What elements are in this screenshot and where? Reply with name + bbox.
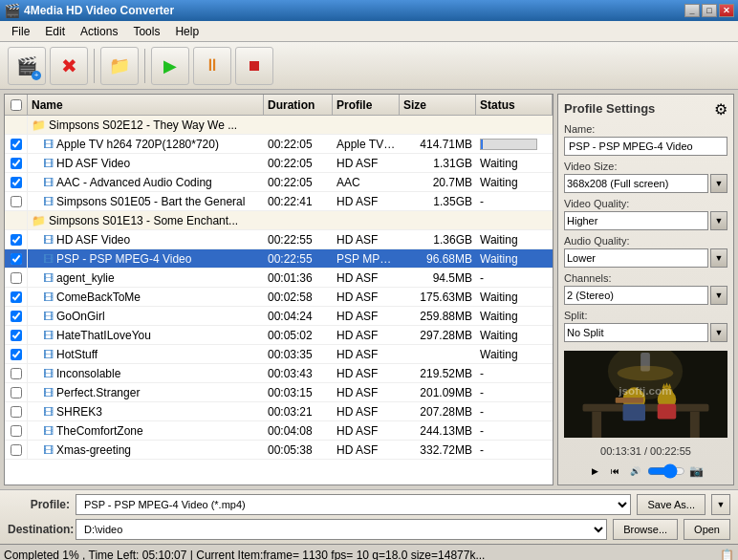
list-body[interactable]: 📁Simpsons S02E12 - They Way We ...🎞Apple… xyxy=(5,116,553,485)
row-checkbox[interactable] xyxy=(11,196,22,207)
col-header-profile[interactable]: Profile xyxy=(333,95,400,115)
audio-quality-arrow[interactable]: ▼ xyxy=(710,248,727,268)
list-item[interactable]: 🎞Inconsolable00:03:43HD ASF219.52MB- xyxy=(5,364,553,383)
row-checkbox[interactable] xyxy=(11,311,22,322)
menu-help[interactable]: Help xyxy=(167,21,206,41)
play-button[interactable]: ▶ xyxy=(587,463,604,479)
list-item[interactable]: 🎞Apple TV h264 720P(1280*720)00:22:05App… xyxy=(5,135,553,154)
row-name: 🎞ComeBackToMe xyxy=(28,291,264,304)
row-checkbox[interactable] xyxy=(11,291,22,303)
video-quality-select[interactable]: Higher High Medium Low xyxy=(564,211,708,230)
video-quality-arrow[interactable]: ▼ xyxy=(710,211,727,230)
video-size-arrow[interactable]: ▼ xyxy=(710,174,727,193)
list-item[interactable]: 🎞agent_kylie00:01:36HD ASF94.5MB- xyxy=(5,269,553,288)
browse-button[interactable]: Browse... xyxy=(613,519,678,540)
volume-slider[interactable] xyxy=(647,465,685,477)
channels-select[interactable]: 2 (Stereo) 1 (Mono) xyxy=(564,286,708,305)
profile-select[interactable]: PSP - PSP MPEG-4 Video (*.mp4) xyxy=(76,494,631,515)
row-checkbox-cell xyxy=(5,326,28,344)
menu-actions[interactable]: Actions xyxy=(73,21,125,41)
row-checkbox-cell xyxy=(5,269,28,287)
row-profile: HD ASF xyxy=(333,443,400,457)
col-header-status[interactable]: Status xyxy=(476,95,553,115)
pause-button[interactable]: ⏸ xyxy=(193,47,231,85)
row-checkbox[interactable] xyxy=(11,158,22,169)
header-checkbox[interactable] xyxy=(5,95,28,115)
list-item[interactable]: 🎞HD ASF Video00:22:05HD ASF1.31GBWaiting xyxy=(5,154,553,173)
menu-file[interactable]: File xyxy=(4,21,37,41)
row-checkbox[interactable] xyxy=(11,272,22,284)
title-bar: 🎬 4Media HD Video Converter _ □ ✕ xyxy=(0,0,738,21)
output-folder-button[interactable]: 📁 xyxy=(100,47,139,85)
row-name: 🎞PSP - PSP MPEG-4 Video xyxy=(28,252,264,266)
list-item[interactable]: 🎞SHREK300:03:21HD ASF207.28MB- xyxy=(5,402,553,421)
list-item[interactable]: 🎞GoOnGirl00:04:24HD ASF259.88MBWaiting xyxy=(5,307,553,326)
col-header-duration[interactable]: Duration xyxy=(264,95,333,115)
row-checkbox[interactable] xyxy=(11,330,22,341)
list-item[interactable]: 📁Simpsons S02E12 - They Way We ... xyxy=(5,116,553,135)
list-item[interactable]: 🎞HotStuff00:03:35HD ASFWaiting xyxy=(5,345,553,364)
list-item[interactable]: 🎞ComeBackToMe00:02:58HD ASF175.63MBWaiti… xyxy=(5,288,553,307)
open-button[interactable]: Open xyxy=(684,519,730,540)
row-checkbox[interactable] xyxy=(11,177,22,188)
row-checkbox-cell xyxy=(5,154,28,172)
file-icon: 🎞 xyxy=(43,330,54,341)
row-checkbox[interactable] xyxy=(11,425,22,437)
save-as-button[interactable]: Save As... xyxy=(637,494,705,515)
volume-icon[interactable]: 🔊 xyxy=(627,463,644,479)
close-button[interactable]: ✕ xyxy=(719,4,734,17)
row-duration: 00:05:38 xyxy=(264,443,333,457)
row-checkbox[interactable] xyxy=(11,387,22,398)
list-item[interactable]: 📁Simpsons S01E13 - Some Enchant... xyxy=(5,211,553,230)
row-size: 259.88MB xyxy=(400,310,476,323)
list-item[interactable]: 🎞Xmas-greeting00:05:38HD ASF332.72MB- xyxy=(5,441,553,460)
name-input[interactable] xyxy=(564,137,727,156)
select-all-checkbox[interactable] xyxy=(11,99,22,111)
main-area: Name Duration Profile Size Status 📁Simps… xyxy=(0,90,738,489)
remove-button[interactable]: ✖ xyxy=(50,47,88,85)
list-item[interactable]: 🎞HateThatILoveYou00:05:02HD ASF297.28MBW… xyxy=(5,326,553,345)
list-item[interactable]: 🎞TheComfortZone00:04:08HD ASF244.13MB- xyxy=(5,421,553,441)
col-header-size[interactable]: Size xyxy=(400,95,476,115)
split-select[interactable]: No Split Split by Size Split by Duration xyxy=(564,323,708,342)
row-checkbox[interactable] xyxy=(11,406,22,418)
list-item[interactable]: 🎞Perfect.Stranger00:03:15HD ASF201.09MB- xyxy=(5,383,553,402)
row-name-text: Perfect.Stranger xyxy=(56,386,140,399)
video-size-field-container: Video Size: 368x208 (Full screen) 320x24… xyxy=(564,161,727,193)
audio-quality-select[interactable]: Lower Low Medium High xyxy=(564,248,708,268)
row-checkbox[interactable] xyxy=(11,368,22,379)
row-checkbox[interactable] xyxy=(11,444,22,456)
stop-button[interactable]: ⏹ xyxy=(235,47,273,85)
file-icon: 🎞 xyxy=(43,387,54,398)
split-arrow[interactable]: ▼ xyxy=(710,323,727,342)
snapshot-button[interactable]: 📷 xyxy=(688,463,705,479)
row-checkbox-cell xyxy=(5,288,28,306)
list-item[interactable]: 🎞HD ASF Video00:22:55HD ASF1.36GBWaiting xyxy=(5,230,553,249)
col-header-name[interactable]: Name xyxy=(28,95,264,115)
row-checkbox[interactable] xyxy=(11,234,22,246)
row-checkbox[interactable] xyxy=(11,349,22,360)
menu-edit[interactable]: Edit xyxy=(37,21,73,41)
maximize-button[interactable]: □ xyxy=(702,4,717,17)
toolbar-separator-2 xyxy=(144,49,145,83)
menu-tools[interactable]: Tools xyxy=(125,21,167,41)
toolbar-separator-1 xyxy=(94,49,95,83)
add-button[interactable]: 🎬 + xyxy=(8,47,46,85)
video-size-select[interactable]: 368x208 (Full screen) 320x240 480x272 xyxy=(564,174,708,193)
list-item[interactable]: 🎞AAC - Advanced Audio Coding00:22:05AAC2… xyxy=(5,173,553,192)
row-checkbox[interactable] xyxy=(11,253,22,265)
save-as-dropdown-button[interactable]: ▼ xyxy=(711,494,730,515)
convert-button[interactable]: ▶ xyxy=(151,47,189,85)
rewind-button[interactable]: ⏮ xyxy=(607,463,624,479)
list-item[interactable]: 🎞PSP - PSP MPEG-4 Video00:22:55PSP MPE..… xyxy=(5,249,553,269)
minimize-button[interactable]: _ xyxy=(684,4,700,17)
row-checkbox-cell xyxy=(5,364,28,382)
row-checkbox[interactable] xyxy=(11,139,22,150)
destination-select[interactable]: D:\video xyxy=(76,519,607,540)
file-icon: 🎞 xyxy=(43,253,54,265)
settings-icon[interactable]: ⚙ xyxy=(714,100,727,118)
add-badge: + xyxy=(32,71,41,80)
list-item[interactable]: 🎞Simpsons S01E05 - Bart the General00:22… xyxy=(5,192,553,211)
row-profile: HD ASF xyxy=(333,329,400,342)
channels-arrow[interactable]: ▼ xyxy=(710,286,727,305)
